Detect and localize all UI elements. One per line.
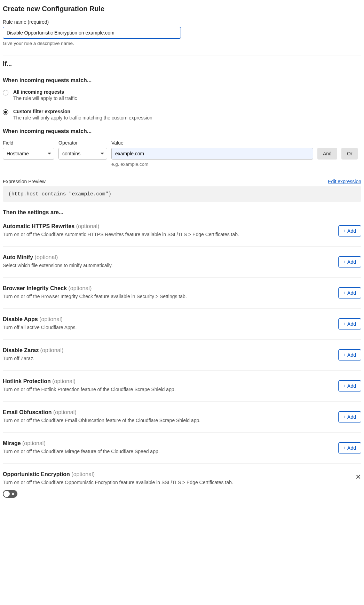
field-label: Field (3, 140, 54, 146)
add-button[interactable]: + Add (338, 225, 361, 236)
then-heading: Then the settings are... (3, 209, 361, 216)
setting-title: Disable Zaraz (optional) (3, 347, 63, 354)
setting-block: Mirage (optional)Turn on or off the Clou… (3, 440, 361, 464)
radio-checked-icon (4, 111, 7, 114)
rule-name-block: Rule name (required) Give your rule a de… (3, 19, 361, 46)
setting-title: Opportunistic Encryption (optional) (3, 471, 233, 478)
operator-label: Operator (58, 140, 107, 146)
setting-title-text: Mirage (3, 440, 22, 446)
add-button[interactable]: + Add (338, 318, 361, 329)
rule-name-hint: Give your rule a descriptive name. (3, 41, 361, 46)
add-button[interactable]: + Add (338, 349, 361, 360)
setting-title: Hotlink Protection (optional) (3, 378, 176, 385)
setting-desc: Turn on or off the Hotlink Protection fe… (3, 387, 176, 392)
add-button[interactable]: + Add (338, 256, 361, 267)
setting-title-text: Disable Zaraz (3, 347, 40, 353)
setting-block: Automatic HTTPS Rewrites (optional)Turn … (3, 223, 361, 247)
radio-icon (3, 90, 8, 95)
setting-desc: Turn on or off the Cloudflare Mirage fea… (3, 449, 160, 454)
builder-heading: When incoming requests match... (3, 128, 361, 134)
field-select-value: Hostname (7, 151, 29, 156)
setting-desc: Turn on or off the Cloudflare Email Obfu… (3, 418, 200, 423)
value-input[interactable] (111, 148, 313, 160)
setting-block: Auto Minify (optional)Select which file … (3, 254, 361, 278)
add-button[interactable]: + Add (338, 442, 361, 453)
chevron-down-icon (101, 153, 104, 155)
setting-desc: Turn on or off the Cloudflare Automatic … (3, 232, 239, 237)
rule-name-input[interactable] (3, 27, 181, 39)
radio-all-requests[interactable]: All incoming requests The rule will appl… (3, 89, 361, 101)
edit-expression-link[interactable]: Edit expression (328, 179, 361, 184)
setting-block: Email Obfuscation (optional)Turn on or o… (3, 409, 361, 433)
setting-row: Disable Zaraz (optional)Turn off Zaraz.+… (3, 347, 361, 361)
setting-block: Disable Zaraz (optional)Turn off Zaraz.+… (3, 347, 361, 371)
setting-row: Auto Minify (optional)Select which file … (3, 254, 361, 268)
setting-title-text: Browser Integrity Check (3, 285, 69, 291)
rule-name-label: Rule name (required) (3, 19, 361, 25)
add-button[interactable]: + Add (338, 380, 361, 391)
radio-custom-filter[interactable]: Custom filter expression The rule will o… (3, 109, 361, 121)
setting-desc: Turn off Zaraz. (3, 356, 63, 361)
if-heading: If... (3, 60, 361, 68)
setting-title-text: Hotlink Protection (3, 378, 52, 384)
setting-title: Auto Minify (optional) (3, 254, 113, 261)
expression-preview-header: Expression Preview Edit expression (3, 179, 361, 184)
optional-label: (optional) (52, 378, 76, 384)
setting-row: Automatic HTTPS Rewrites (optional)Turn … (3, 223, 361, 237)
optional-label: (optional) (39, 316, 63, 322)
or-button[interactable]: Or (341, 148, 358, 160)
toggle-off-icon: ✕ (11, 491, 15, 497)
setting-title: Browser Integrity Check (optional) (3, 285, 187, 292)
setting-title-text: Email Obfuscation (3, 409, 53, 415)
setting-row: Mirage (optional)Turn on or off the Clou… (3, 440, 361, 454)
setting-title-text: Opportunistic Encryption (3, 471, 71, 477)
filter-builder-row: Field Hostname Operator contains Value e… (3, 140, 361, 167)
toggle-switch[interactable]: ✕ (3, 490, 17, 498)
setting-block: Hotlink Protection (optional)Turn on or … (3, 378, 361, 402)
add-button[interactable]: + Add (338, 287, 361, 298)
divider (3, 55, 361, 55)
radio-desc: The rule will apply to all traffic (13, 95, 77, 101)
setting-block: Disable Apps (optional)Turn off all acti… (3, 316, 361, 340)
setting-title: Disable Apps (optional) (3, 316, 77, 323)
setting-title-text: Auto Minify (3, 254, 35, 260)
optional-label: (optional) (69, 285, 92, 291)
toggle-knob (3, 491, 10, 497)
setting-row: Email Obfuscation (optional)Turn on or o… (3, 409, 361, 423)
setting-title-text: Disable Apps (3, 316, 39, 322)
setting-row: Hotlink Protection (optional)Turn on or … (3, 378, 361, 392)
field-select[interactable]: Hostname (3, 148, 54, 160)
add-button[interactable]: + Add (338, 411, 361, 422)
setting-desc: Turn on or off the Browser Integrity Che… (3, 294, 187, 299)
and-button[interactable]: And (317, 148, 337, 160)
optional-label: (optional) (76, 223, 100, 229)
setting-block: Browser Integrity Check (optional)Turn o… (3, 285, 361, 309)
match-heading: When incoming requests match... (3, 77, 361, 84)
setting-desc: Turn off all active Cloudflare Apps. (3, 325, 77, 330)
expression-preview-label: Expression Preview (3, 179, 46, 184)
optional-label: (optional) (53, 409, 77, 415)
setting-title: Email Obfuscation (optional) (3, 409, 200, 416)
radio-icon (3, 109, 8, 115)
optional-label: (optional) (71, 471, 95, 477)
value-hint: e.g. example.com (111, 162, 313, 167)
setting-desc: Turn on or off the Cloudflare Opportunis… (3, 480, 233, 485)
operator-select-value: contains (62, 151, 80, 156)
match-radio-group: All incoming requests The rule will appl… (3, 89, 361, 121)
radio-desc: The rule will only apply to traffic matc… (13, 115, 152, 121)
optional-label: (optional) (22, 440, 46, 446)
setting-title: Mirage (optional) (3, 440, 160, 447)
radio-title: All incoming requests (13, 89, 77, 95)
radio-title: Custom filter expression (13, 109, 152, 114)
setting-row: Disable Apps (optional)Turn off all acti… (3, 316, 361, 330)
setting-desc: Select which file extensions to minify a… (3, 263, 113, 268)
operator-select[interactable]: contains (58, 148, 107, 160)
setting-block: Opportunistic Encryption (optional)Turn … (3, 471, 361, 507)
close-icon[interactable]: ✕ (355, 473, 361, 480)
value-label: Value (111, 140, 313, 146)
chevron-down-icon (48, 153, 51, 155)
optional-label: (optional) (40, 347, 64, 353)
setting-row: Browser Integrity Check (optional)Turn o… (3, 285, 361, 299)
page-title: Create new Configuration Rule (3, 5, 361, 13)
setting-title: Automatic HTTPS Rewrites (optional) (3, 223, 239, 230)
